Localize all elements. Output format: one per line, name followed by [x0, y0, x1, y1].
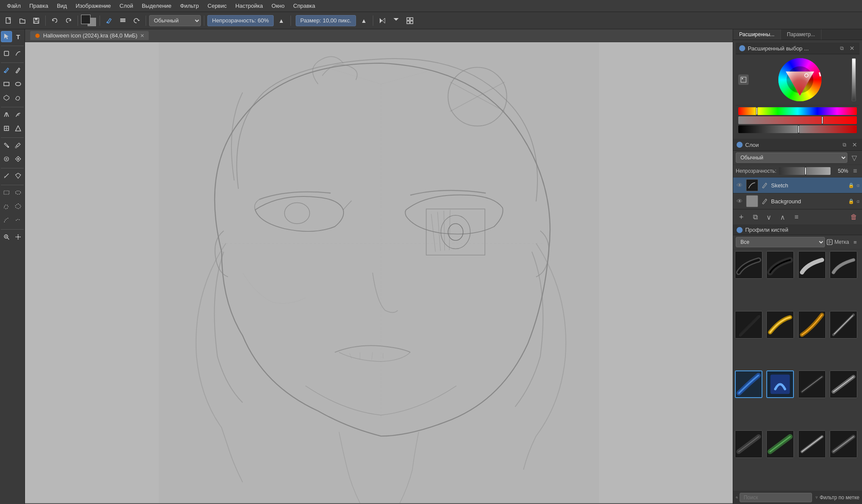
smart-selection-tool[interactable]: [1, 215, 12, 226]
grid-button[interactable]: [404, 15, 416, 27]
delete-layer-button[interactable]: 🗑: [848, 212, 859, 223]
select-tool[interactable]: [1, 31, 12, 42]
redo-button[interactable]: [62, 15, 75, 27]
color-alpha-slider[interactable]: [851, 58, 857, 101]
hue-slider[interactable]: [738, 107, 857, 115]
brush-preset-10[interactable]: [766, 370, 794, 398]
menu-select[interactable]: Выделение: [138, 2, 175, 10]
pencil-tool[interactable]: [12, 65, 24, 76]
transform2-tool[interactable]: [1, 123, 12, 134]
zoom-tool[interactable]: [1, 231, 12, 243]
color-panel-titlebar[interactable]: Расширенный выбор ... ⧉ ✕: [736, 43, 859, 54]
color-panel-float-button[interactable]: ⧉: [838, 44, 846, 52]
new-document-button[interactable]: [3, 15, 15, 27]
brush-preset-16[interactable]: [830, 430, 857, 458]
fill-tool[interactable]: [1, 140, 12, 151]
brushes-panel-titlebar[interactable]: Профили кистей: [733, 225, 862, 235]
menu-filter[interactable]: Фильтр: [177, 2, 203, 10]
elliptical-selection-tool[interactable]: [12, 187, 24, 198]
open-document-button[interactable]: [16, 15, 28, 27]
foreground-color-swatch[interactable]: [81, 15, 91, 24]
contiguous-selection-tool[interactable]: [12, 201, 24, 212]
layer-opacity-bar[interactable]: [779, 167, 831, 175]
assistant-tool[interactable]: [12, 123, 24, 134]
value-slider[interactable]: [738, 125, 857, 133]
undo-button[interactable]: [49, 15, 61, 27]
layers-panel-titlebar[interactable]: Слои ⧉ ✕: [733, 139, 862, 151]
measure-tool[interactable]: [1, 170, 12, 181]
brush-preset-1[interactable]: [735, 251, 762, 279]
move-layer-up-button[interactable]: ∧: [777, 212, 788, 223]
refresh-button[interactable]: [131, 15, 143, 27]
menu-image[interactable]: Изображение: [72, 2, 114, 10]
mirror-h-button[interactable]: [376, 15, 388, 27]
color-wheel-container[interactable]: [750, 56, 849, 103]
canvas-close-button[interactable]: ✕: [140, 33, 144, 39]
brush-preset-14[interactable]: [766, 430, 794, 458]
eyedropper-tool[interactable]: [12, 140, 24, 151]
brush-preset-2[interactable]: [766, 251, 794, 279]
color-picker-swatch-view[interactable]: [738, 75, 749, 85]
color-wheel[interactable]: [776, 56, 824, 103]
ruler-tool[interactable]: [12, 170, 24, 181]
mesh-transform-tool[interactable]: [12, 153, 24, 165]
text-tool[interactable]: T: [12, 31, 24, 42]
menu-settings[interactable]: Настройка: [232, 2, 266, 10]
polygon-tool[interactable]: [1, 92, 12, 103]
layer-properties-button[interactable]: ≡: [791, 212, 802, 223]
rectangle-tool[interactable]: [1, 78, 12, 90]
brush-category-select[interactable]: ВсеInkingSketchPaint: [736, 237, 825, 247]
tab-extended[interactable]: Расширенны...: [733, 29, 781, 40]
save-document-button[interactable]: [30, 15, 42, 27]
menu-view[interactable]: Вид: [53, 2, 71, 10]
brush-preset-11[interactable]: [798, 370, 826, 398]
brush-preset-4[interactable]: [830, 251, 857, 279]
mirror-v-button[interactable]: [390, 15, 402, 27]
brushes-menu-button[interactable]: ≡: [851, 238, 859, 246]
layers-panel-float-button[interactable]: ⧉: [840, 141, 848, 149]
crop-tool[interactable]: [1, 48, 12, 59]
rectangular-selection-tool[interactable]: [1, 187, 12, 198]
layer-sketch-visibility[interactable]: 👁: [736, 181, 743, 189]
duplicate-layer-button[interactable]: ⧉: [750, 212, 761, 223]
saturation-slider[interactable]: [738, 116, 857, 124]
ellipse-tool[interactable]: [12, 78, 24, 90]
blend-mode-select[interactable]: ОбычныйУмножениеОсветление: [149, 15, 201, 26]
layer-background-visibility[interactable]: 👁: [736, 197, 743, 205]
layer-opacity-options[interactable]: ≡: [851, 167, 859, 175]
freehand-tool[interactable]: [12, 48, 24, 59]
brush-preset-5[interactable]: [735, 311, 762, 339]
brush-preset-8[interactable]: [830, 311, 857, 339]
layer-background-row[interactable]: 👁 Background 🔒 α: [733, 193, 862, 209]
brush-preset-12[interactable]: [830, 370, 857, 398]
menu-service[interactable]: Сервис: [204, 2, 231, 10]
color-swatches[interactable]: [81, 15, 97, 27]
pan-tool[interactable]: [12, 231, 24, 243]
move-layer-down-button[interactable]: ∨: [763, 212, 775, 223]
menu-file[interactable]: Файл: [3, 2, 24, 10]
brush-mode-button[interactable]: [117, 15, 129, 27]
layer-sketch-row[interactable]: 👁 Sketch 🔒 α: [733, 177, 862, 193]
brush-preset-13[interactable]: [735, 430, 762, 458]
brush-preset-3[interactable]: [798, 251, 826, 279]
tab-parameters[interactable]: Параметр...: [781, 29, 821, 40]
brush-preset-9[interactable]: [735, 370, 762, 398]
brush-search-input[interactable]: [740, 493, 812, 502]
brush-preset-15[interactable]: [798, 430, 826, 458]
dynamic-brush-tool[interactable]: [12, 109, 24, 120]
brush-preset-6[interactable]: [766, 311, 794, 339]
paintbrush-tool[interactable]: [1, 65, 12, 76]
menu-edit[interactable]: Правка: [26, 2, 52, 10]
menu-help[interactable]: Справка: [290, 2, 319, 10]
multibrush-tool[interactable]: [1, 109, 12, 120]
layers-panel-close-button[interactable]: ✕: [851, 141, 859, 149]
smart-patch-tool[interactable]: [1, 153, 12, 165]
canvas-tab[interactable]: Halloween icon (2024).kra (84,0 МиБ) ✕: [30, 31, 149, 40]
menu-layer[interactable]: Слой: [116, 2, 137, 10]
brush-settings-button[interactable]: [103, 15, 115, 27]
add-layer-button[interactable]: +: [736, 212, 747, 223]
color-panel-close-button[interactable]: ✕: [848, 44, 856, 52]
brush-preset-7[interactable]: [798, 311, 826, 339]
size-stepper-up[interactable]: ▲: [358, 15, 370, 27]
layer-blend-mode-select[interactable]: ОбычныйУмножениеОсветление: [736, 152, 847, 163]
